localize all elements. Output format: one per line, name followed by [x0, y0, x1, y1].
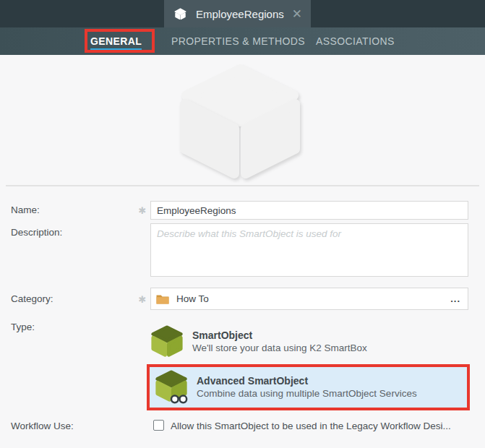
- name-input[interactable]: [150, 201, 468, 220]
- category-value: How To: [176, 293, 450, 304]
- general-panel: Name: ✱ Description: Category: ✱ How To …: [0, 55, 485, 448]
- document-tab[interactable]: EmployeeRegions ✕: [164, 0, 311, 27]
- category-field[interactable]: How To ...: [150, 288, 468, 310]
- tab-properties-methods[interactable]: PROPERTIES & METHODS: [171, 27, 305, 55]
- smartobject-cube-graphic: [168, 61, 312, 184]
- workflow-checkbox-label[interactable]: Allow this SmartObject to be used in the…: [171, 421, 468, 431]
- section-divider: [6, 185, 479, 186]
- type-option-smartobject[interactable]: SmartObject We'll store your data using …: [149, 322, 468, 361]
- advanced-smartobject-icon: [153, 369, 189, 405]
- type-option-description: We'll store your data using K2 SmartBox: [192, 342, 367, 355]
- type-option-title: SmartObject: [192, 329, 367, 342]
- category-browse-button[interactable]: ...: [450, 296, 460, 303]
- smartobject-designer-window: EmployeeRegions ✕ GENERAL PROPERTIES & M…: [0, 0, 485, 448]
- required-icon: ✱: [137, 294, 147, 305]
- active-tab-underline: [90, 48, 142, 51]
- tab-associations-label: ASSOCIATIONS: [316, 35, 395, 47]
- smartobject-green-cube-icon: [149, 324, 185, 359]
- tab-associations[interactable]: ASSOCIATIONS: [316, 27, 395, 55]
- name-label: Name:: [11, 204, 40, 215]
- category-label: Category:: [11, 293, 53, 304]
- type-option-description: Combine data using multiple SmartObject …: [197, 387, 417, 400]
- workflow-use-label: Workflow Use:: [11, 421, 74, 431]
- description-textarea[interactable]: [150, 223, 468, 277]
- close-icon[interactable]: ✕: [291, 7, 304, 22]
- tab-properties-methods-label: PROPERTIES & METHODS: [171, 35, 305, 47]
- folder-icon: [155, 293, 170, 305]
- tab-general[interactable]: GENERAL: [90, 27, 142, 55]
- workflow-checkbox[interactable]: [153, 420, 164, 431]
- titlebar: EmployeeRegions ✕: [0, 0, 485, 27]
- type-option-title: Advanced SmartObject: [197, 374, 417, 387]
- smartobject-cube-icon: [173, 7, 187, 21]
- type-option-advanced-smartobject[interactable]: Advanced SmartObject Combine data using …: [147, 364, 470, 410]
- tab-title: EmployeeRegions: [196, 8, 291, 20]
- description-label: Description:: [11, 227, 62, 238]
- type-label: Type:: [11, 322, 35, 332]
- navbar: GENERAL PROPERTIES & METHODS ASSOCIATION…: [0, 27, 485, 55]
- required-icon: ✱: [137, 205, 147, 216]
- tab-general-label: GENERAL: [90, 35, 142, 47]
